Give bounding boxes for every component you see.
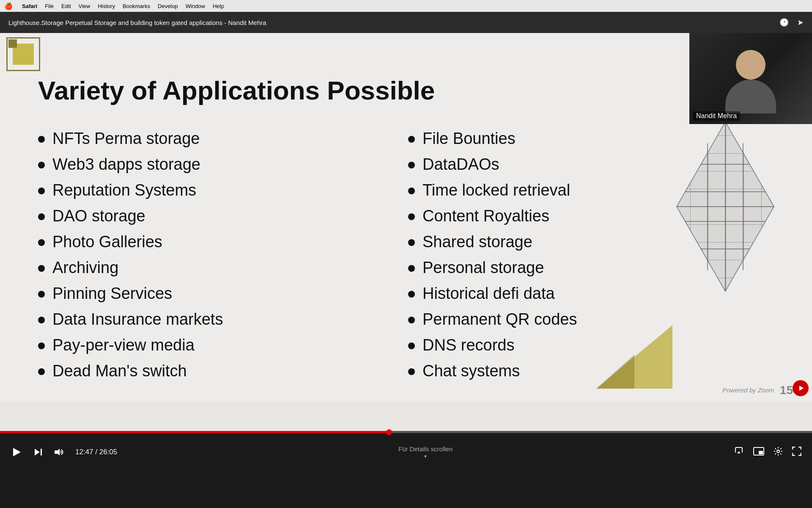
skip-button[interactable] [33,447,43,457]
zoom-badge: Powered by Zoom [722,387,774,394]
item-defi: Historical defi data [422,282,555,306]
list-item: Dead Man's switch [38,359,408,383]
item-timelocked: Time locked retrieval [422,178,570,202]
bullet-icon [38,265,45,272]
bullet-icon [408,317,415,323]
item-royalties: Content Royalties [422,204,549,228]
clock-icon[interactable]: 🕐 [779,18,789,27]
item-qr: Permanent QR codes [422,307,577,331]
menubar: 🍎 Safari File Edit View History Bookmark… [0,0,812,12]
item-datadaos: DataDAOs [422,152,499,177]
webcam-label: Nandit Mehra [693,111,740,121]
bullet-icon [38,291,45,298]
list-item: Web3 dapps storage [38,152,408,177]
bullet-icon [38,162,45,168]
person-body [725,80,776,113]
bullet-icon [408,188,415,194]
svg-point-21 [777,450,779,453]
progress-thumb[interactable] [386,429,392,435]
right-controls [734,447,801,458]
chevron-down-icon: ▾ [424,453,427,459]
bullet-icon [38,342,45,349]
menu-safari[interactable]: Safari [22,3,37,9]
settings-button[interactable] [774,447,783,458]
list-item: DNS records [408,333,778,357]
list-item: DAO storage [38,204,408,228]
video-area: Variety of Applications Possible NFTs Pe… [0,33,812,471]
time-display: 12:47 / 26:05 [75,448,117,456]
bullet-icon [408,213,415,220]
play-button[interactable] [11,446,22,458]
svg-rect-16 [41,449,42,456]
window-title: Lighthouse.Storage Perpetual Storage and… [8,19,779,26]
item-deadman: Dead Man's switch [52,359,187,383]
center-label: Für Details scrollen ▾ [128,445,723,459]
svg-marker-13 [799,386,804,391]
list-item: Pinning Services [38,282,408,306]
list-item: Permanent QR codes [408,307,778,331]
item-shared: Shared storage [422,230,532,254]
svg-marker-12 [596,355,634,389]
pip-button[interactable] [753,447,764,458]
menu-file[interactable]: File [45,3,54,9]
titlebar: Lighthouse.Storage Perpetual Storage and… [0,12,812,33]
webcam-overlay: Nandit Mehra [689,33,812,124]
bullet-icon [38,317,45,323]
menu-edit[interactable]: Edit [61,3,71,9]
menu-help[interactable]: Help [213,3,224,9]
logo [6,37,40,71]
webcam-video [689,33,812,124]
item-bounties: File Bounties [422,127,516,151]
item-dns: DNS records [422,333,515,357]
subscribe-button[interactable] [793,380,809,396]
slide-title: Variety of Applications Possible [34,75,778,105]
list-item: Pay-per-view media [38,333,408,357]
menu-window[interactable]: Window [186,3,205,9]
airplay-button[interactable] [734,447,744,458]
bullet-icon [408,136,415,143]
bullet-icon [38,136,45,143]
bullet-icon [408,368,415,375]
zoom-number: 15 [780,384,793,397]
menu-view[interactable]: View [79,3,91,9]
apple-menu[interactable]: 🍎 [4,2,13,10]
volume-button[interactable] [54,447,65,457]
details-label: Für Details scrollen [398,445,453,453]
item-photo: Photo Galleries [52,230,162,254]
list-item: Data Insurance markets [38,307,408,331]
share-icon[interactable]: ➤ [797,18,804,27]
list-item: Reputation Systems [38,178,408,202]
list-item: Chat systems [408,359,778,383]
svg-marker-15 [35,449,40,456]
item-ppv: Pay-per-view media [52,333,195,357]
bullet-icon [408,239,415,246]
bullet-icon [38,368,45,375]
item-pinning: Pinning Services [52,282,172,306]
progress-fill [0,431,389,433]
svg-marker-18 [737,451,741,453]
person-silhouette [725,50,776,113]
fullscreen-button[interactable] [792,447,801,458]
item-archiving: Archiving [52,256,118,280]
item-insurance: Data Insurance markets [52,307,223,331]
bullet-icon [38,188,45,194]
bullet-icon [408,162,415,168]
triangle-decoration [596,321,672,389]
menu-history[interactable]: History [98,3,115,9]
titlebar-icons: 🕐 ➤ [779,18,804,27]
list-item: Photo Galleries [38,230,408,254]
item-nfts: NFTs Perma storage [52,127,200,151]
svg-rect-20 [759,451,763,454]
menu-develop[interactable]: Develop [158,3,178,9]
svg-marker-17 [55,449,60,456]
bullet-icon [408,265,415,272]
item-personal: Personal storage [422,256,544,280]
player-bar: 12:47 / 26:05 Für Details scrollen ▾ [0,431,812,471]
item-dao: DAO storage [52,204,145,228]
bullet-icon [38,213,45,220]
item-reputation: Reputation Systems [52,178,196,202]
menu-bookmarks[interactable]: Bookmarks [123,3,150,9]
progress-bar[interactable] [0,431,812,433]
bullet-icon [408,342,415,349]
left-column: NFTs Perma storage Web3 dapps storage Re… [38,127,408,389]
